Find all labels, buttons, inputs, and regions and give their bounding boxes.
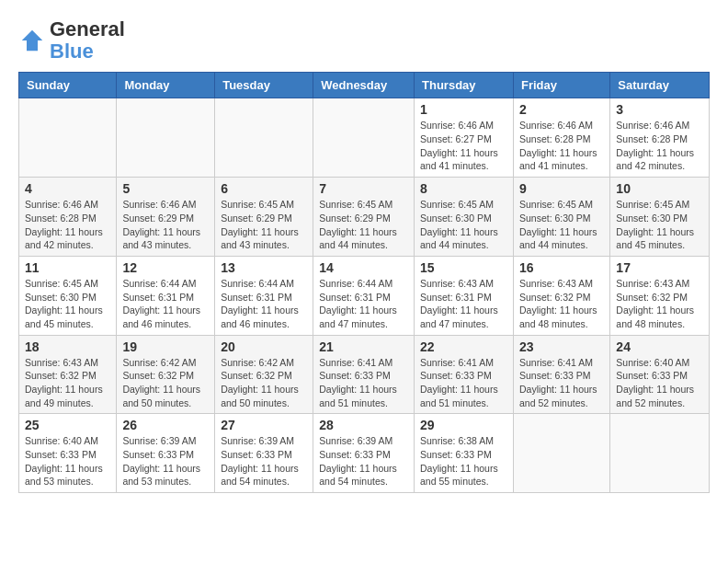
- logo: General Blue: [18, 18, 125, 63]
- day-number: 29: [420, 418, 507, 432]
- calendar-cell: 1Sunrise: 6:46 AM Sunset: 6:27 PM Daylig…: [415, 98, 514, 178]
- day-number: 11: [25, 260, 110, 275]
- day-number: 8: [420, 181, 507, 196]
- day-number: 15: [420, 260, 507, 275]
- day-info: Sunrise: 6:45 AM Sunset: 6:30 PM Dayligh…: [420, 198, 507, 252]
- day-number: 23: [519, 339, 604, 354]
- calendar-cell: 15Sunrise: 6:43 AM Sunset: 6:31 PM Dayli…: [415, 256, 514, 335]
- calendar-cell: 19Sunrise: 6:42 AM Sunset: 6:32 PM Dayli…: [117, 335, 215, 414]
- day-number: 24: [616, 339, 703, 354]
- week-row-1: 1Sunrise: 6:46 AM Sunset: 6:27 PM Daylig…: [19, 98, 710, 178]
- calendar-cell: [610, 414, 710, 493]
- calendar-cell: 11Sunrise: 6:45 AM Sunset: 6:30 PM Dayli…: [19, 256, 117, 335]
- day-number: 14: [319, 260, 408, 275]
- day-info: Sunrise: 6:43 AM Sunset: 6:32 PM Dayligh…: [616, 277, 703, 331]
- calendar-cell: [215, 98, 313, 178]
- calendar-cell: 13Sunrise: 6:44 AM Sunset: 6:31 PM Dayli…: [215, 256, 313, 335]
- day-number: 19: [122, 339, 209, 354]
- calendar-cell: 18Sunrise: 6:43 AM Sunset: 6:32 PM Dayli…: [19, 335, 117, 414]
- header-col-friday: Friday: [513, 73, 609, 98]
- calendar-cell: 25Sunrise: 6:40 AM Sunset: 6:33 PM Dayli…: [19, 414, 117, 493]
- week-row-3: 11Sunrise: 6:45 AM Sunset: 6:30 PM Dayli…: [19, 256, 710, 335]
- day-number: 18: [25, 339, 110, 354]
- calendar-cell: 9Sunrise: 6:45 AM Sunset: 6:30 PM Daylig…: [513, 178, 609, 257]
- calendar-cell: [513, 414, 609, 493]
- day-number: 21: [319, 339, 408, 354]
- calendar-cell: 17Sunrise: 6:43 AM Sunset: 6:32 PM Dayli…: [610, 256, 710, 335]
- week-row-5: 25Sunrise: 6:40 AM Sunset: 6:33 PM Dayli…: [19, 414, 710, 493]
- day-number: 28: [319, 418, 408, 432]
- day-number: 22: [420, 339, 507, 354]
- calendar-cell: 28Sunrise: 6:39 AM Sunset: 6:33 PM Dayli…: [313, 414, 415, 493]
- day-info: Sunrise: 6:45 AM Sunset: 6:30 PM Dayligh…: [519, 198, 604, 252]
- day-info: Sunrise: 6:39 AM Sunset: 6:33 PM Dayligh…: [319, 434, 408, 488]
- day-info: Sunrise: 6:46 AM Sunset: 6:28 PM Dayligh…: [25, 198, 110, 252]
- header-col-tuesday: Tuesday: [215, 73, 313, 98]
- svg-marker-0: [22, 30, 43, 52]
- day-info: Sunrise: 6:38 AM Sunset: 6:33 PM Dayligh…: [420, 434, 507, 488]
- calendar-header-row: SundayMondayTuesdayWednesdayThursdayFrid…: [19, 73, 710, 98]
- calendar-cell: [19, 98, 117, 178]
- day-number: 12: [122, 260, 209, 275]
- calendar-cell: 20Sunrise: 6:42 AM Sunset: 6:32 PM Dayli…: [215, 335, 313, 414]
- day-number: 25: [25, 418, 110, 432]
- calendar-cell: 26Sunrise: 6:39 AM Sunset: 6:33 PM Dayli…: [117, 414, 215, 493]
- calendar-cell: 6Sunrise: 6:45 AM Sunset: 6:29 PM Daylig…: [215, 178, 313, 257]
- day-info: Sunrise: 6:42 AM Sunset: 6:32 PM Dayligh…: [221, 356, 307, 410]
- calendar-cell: 3Sunrise: 6:46 AM Sunset: 6:28 PM Daylig…: [610, 98, 710, 178]
- day-number: 17: [616, 260, 703, 275]
- day-number: 20: [221, 339, 307, 354]
- calendar-cell: 8Sunrise: 6:45 AM Sunset: 6:30 PM Daylig…: [415, 178, 514, 257]
- day-info: Sunrise: 6:45 AM Sunset: 6:29 PM Dayligh…: [221, 198, 307, 252]
- logo-text: General Blue: [50, 18, 125, 63]
- day-info: Sunrise: 6:46 AM Sunset: 6:29 PM Dayligh…: [122, 198, 209, 252]
- day-number: 3: [616, 102, 703, 117]
- day-info: Sunrise: 6:40 AM Sunset: 6:33 PM Dayligh…: [616, 356, 703, 410]
- day-number: 13: [221, 260, 307, 275]
- calendar-cell: 21Sunrise: 6:41 AM Sunset: 6:33 PM Dayli…: [313, 335, 415, 414]
- calendar-cell: 22Sunrise: 6:41 AM Sunset: 6:33 PM Dayli…: [415, 335, 514, 414]
- calendar-cell: 23Sunrise: 6:41 AM Sunset: 6:33 PM Dayli…: [513, 335, 609, 414]
- day-info: Sunrise: 6:44 AM Sunset: 6:31 PM Dayligh…: [221, 277, 307, 331]
- calendar-table: SundayMondayTuesdayWednesdayThursdayFrid…: [18, 72, 710, 493]
- calendar-cell: 12Sunrise: 6:44 AM Sunset: 6:31 PM Dayli…: [117, 256, 215, 335]
- calendar-cell: 10Sunrise: 6:45 AM Sunset: 6:30 PM Dayli…: [610, 178, 710, 257]
- calendar-cell: 4Sunrise: 6:46 AM Sunset: 6:28 PM Daylig…: [19, 178, 117, 257]
- calendar-cell: 16Sunrise: 6:43 AM Sunset: 6:32 PM Dayli…: [513, 256, 609, 335]
- day-info: Sunrise: 6:46 AM Sunset: 6:28 PM Dayligh…: [616, 119, 703, 173]
- day-number: 6: [221, 181, 307, 196]
- page-header: General Blue: [18, 18, 710, 63]
- day-number: 16: [519, 260, 604, 275]
- day-number: 26: [122, 418, 209, 432]
- day-number: 2: [519, 102, 604, 117]
- calendar-cell: 2Sunrise: 6:46 AM Sunset: 6:28 PM Daylig…: [513, 98, 609, 178]
- day-info: Sunrise: 6:44 AM Sunset: 6:31 PM Dayligh…: [122, 277, 209, 331]
- header-col-sunday: Sunday: [19, 73, 117, 98]
- day-info: Sunrise: 6:42 AM Sunset: 6:32 PM Dayligh…: [122, 356, 209, 410]
- day-info: Sunrise: 6:39 AM Sunset: 6:33 PM Dayligh…: [221, 434, 307, 488]
- day-info: Sunrise: 6:45 AM Sunset: 6:30 PM Dayligh…: [616, 198, 703, 252]
- header-col-wednesday: Wednesday: [313, 73, 415, 98]
- day-info: Sunrise: 6:43 AM Sunset: 6:32 PM Dayligh…: [519, 277, 604, 331]
- calendar-cell: 29Sunrise: 6:38 AM Sunset: 6:33 PM Dayli…: [415, 414, 514, 493]
- day-number: 10: [616, 181, 703, 196]
- day-info: Sunrise: 6:41 AM Sunset: 6:33 PM Dayligh…: [420, 356, 507, 410]
- header-col-thursday: Thursday: [415, 73, 514, 98]
- calendar-cell: 24Sunrise: 6:40 AM Sunset: 6:33 PM Dayli…: [610, 335, 710, 414]
- week-row-4: 18Sunrise: 6:43 AM Sunset: 6:32 PM Dayli…: [19, 335, 710, 414]
- calendar-cell: 5Sunrise: 6:46 AM Sunset: 6:29 PM Daylig…: [117, 178, 215, 257]
- day-number: 7: [319, 181, 408, 196]
- day-number: 4: [25, 181, 110, 196]
- day-info: Sunrise: 6:41 AM Sunset: 6:33 PM Dayligh…: [319, 356, 408, 410]
- logo-icon: [18, 27, 46, 54]
- day-info: Sunrise: 6:43 AM Sunset: 6:31 PM Dayligh…: [420, 277, 507, 331]
- day-number: 5: [122, 181, 209, 196]
- calendar-cell: 14Sunrise: 6:44 AM Sunset: 6:31 PM Dayli…: [313, 256, 415, 335]
- day-info: Sunrise: 6:46 AM Sunset: 6:28 PM Dayligh…: [519, 119, 604, 173]
- day-info: Sunrise: 6:39 AM Sunset: 6:33 PM Dayligh…: [122, 434, 209, 488]
- header-col-monday: Monday: [117, 73, 215, 98]
- day-info: Sunrise: 6:46 AM Sunset: 6:27 PM Dayligh…: [420, 119, 507, 173]
- day-info: Sunrise: 6:44 AM Sunset: 6:31 PM Dayligh…: [319, 277, 408, 331]
- calendar-cell: [117, 98, 215, 178]
- day-number: 1: [420, 102, 507, 117]
